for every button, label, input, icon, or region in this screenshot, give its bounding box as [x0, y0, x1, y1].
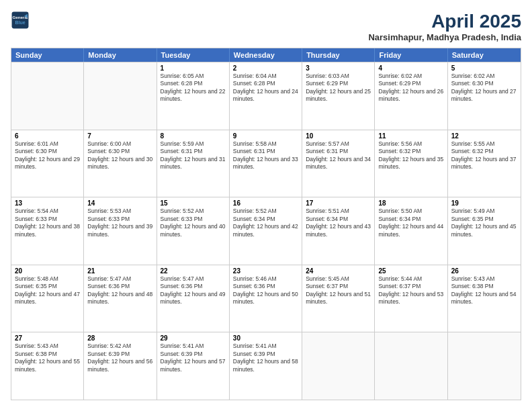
cell-info: Daylight: 12 hours and 34 minutes.: [306, 156, 371, 171]
calendar-cell: 14Sunrise: 5:53 AMSunset: 6:33 PMDayligh…: [84, 197, 157, 265]
cell-info: Daylight: 12 hours and 42 minutes.: [233, 223, 298, 238]
cell-info: Sunrise: 5:53 AM: [87, 208, 152, 215]
day-number: 25: [378, 267, 443, 275]
calendar-cell: 24Sunrise: 5:45 AMSunset: 6:37 PMDayligh…: [302, 265, 375, 332]
header: General Blue April 2025 Narsimhapur, Mad…: [11, 11, 521, 42]
cell-info: Sunrise: 6:00 AM: [87, 140, 152, 148]
cell-info: Sunset: 6:30 PM: [15, 148, 80, 155]
cell-info: Daylight: 12 hours and 49 minutes.: [161, 291, 226, 306]
calendar-cell: 1Sunrise: 6:05 AMSunset: 6:28 PMDaylight…: [157, 62, 230, 130]
cell-info: Daylight: 12 hours and 44 minutes.: [378, 223, 443, 238]
cell-info: Sunset: 6:37 PM: [306, 283, 371, 290]
cell-info: Sunrise: 5:42 AM: [87, 342, 152, 350]
cell-info: Daylight: 12 hours and 26 minutes.: [378, 88, 443, 103]
cell-info: Sunrise: 5:43 AM: [15, 342, 80, 350]
cell-info: Daylight: 12 hours and 40 minutes.: [161, 223, 226, 238]
month-title: April 2025: [368, 11, 521, 32]
day-number: 12: [451, 132, 517, 140]
cell-info: Daylight: 12 hours and 55 minutes.: [15, 358, 80, 373]
cell-info: Daylight: 12 hours and 57 minutes.: [161, 358, 226, 373]
day-number: 7: [87, 132, 152, 140]
calendar-cell: 7Sunrise: 6:00 AMSunset: 6:30 PMDaylight…: [84, 130, 157, 197]
cell-info: Sunrise: 5:47 AM: [87, 275, 152, 283]
cell-info: Sunrise: 5:52 AM: [161, 208, 226, 215]
calendar-cell: 11Sunrise: 5:56 AMSunset: 6:32 PMDayligh…: [375, 130, 447, 197]
calendar-cell: 8Sunrise: 5:59 AMSunset: 6:31 PMDaylight…: [157, 130, 230, 197]
calendar-cell: 12Sunrise: 5:55 AMSunset: 6:32 PMDayligh…: [448, 130, 521, 197]
day-number: 17: [306, 199, 371, 207]
calendar-cell: 29Sunrise: 5:41 AMSunset: 6:39 PMDayligh…: [157, 332, 230, 400]
header-cell-tuesday: Tuesday: [157, 48, 230, 62]
cell-info: Daylight: 12 hours and 30 minutes.: [87, 156, 152, 171]
cell-info: Daylight: 12 hours and 38 minutes.: [15, 223, 80, 238]
calendar-cell: 27Sunrise: 5:43 AMSunset: 6:38 PMDayligh…: [11, 332, 84, 400]
header-cell-sunday: Sunday: [11, 48, 84, 62]
cell-info: Daylight: 12 hours and 50 minutes.: [233, 291, 298, 306]
calendar-cell: 19Sunrise: 5:49 AMSunset: 6:35 PMDayligh…: [448, 197, 521, 265]
cell-info: Daylight: 12 hours and 22 minutes.: [161, 88, 226, 103]
cell-info: Sunset: 6:31 PM: [233, 148, 298, 155]
calendar-cell: 3Sunrise: 6:03 AMSunset: 6:29 PMDaylight…: [302, 62, 375, 130]
svg-text:Blue: Blue: [15, 20, 25, 25]
cell-info: Daylight: 12 hours and 27 minutes.: [451, 88, 517, 103]
cell-info: Sunrise: 5:52 AM: [233, 208, 298, 215]
cell-info: Sunrise: 5:48 AM: [15, 275, 80, 283]
calendar-cell: [448, 332, 521, 400]
day-number: 18: [378, 199, 443, 207]
cell-info: Sunset: 6:36 PM: [233, 283, 298, 290]
cell-info: Sunset: 6:34 PM: [306, 216, 371, 223]
cell-info: Sunrise: 6:04 AM: [233, 73, 298, 80]
cell-info: Sunset: 6:33 PM: [161, 216, 226, 223]
cell-info: Sunrise: 5:47 AM: [161, 275, 226, 283]
day-number: 14: [87, 199, 152, 207]
header-cell-thursday: Thursday: [302, 48, 375, 62]
cell-info: Sunset: 6:33 PM: [15, 216, 80, 223]
cell-info: Sunrise: 6:01 AM: [15, 140, 80, 148]
cell-info: Daylight: 12 hours and 43 minutes.: [306, 223, 371, 238]
calendar-cell: 6Sunrise: 6:01 AMSunset: 6:30 PMDaylight…: [11, 130, 84, 197]
cell-info: Sunrise: 5:51 AM: [306, 208, 371, 215]
calendar-cell: 18Sunrise: 5:50 AMSunset: 6:34 PMDayligh…: [375, 197, 447, 265]
calendar-cell: 22Sunrise: 5:47 AMSunset: 6:36 PMDayligh…: [157, 265, 230, 332]
cell-info: Sunset: 6:28 PM: [161, 80, 226, 87]
cell-info: Daylight: 12 hours and 51 minutes.: [306, 291, 371, 306]
day-number: 10: [306, 132, 371, 140]
calendar-cell: 13Sunrise: 5:54 AMSunset: 6:33 PMDayligh…: [11, 197, 84, 265]
calendar-cell: 4Sunrise: 6:02 AMSunset: 6:29 PMDaylight…: [375, 62, 447, 130]
cell-info: Sunset: 6:30 PM: [451, 80, 517, 87]
cell-info: Daylight: 12 hours and 45 minutes.: [451, 223, 517, 238]
cell-info: Sunset: 6:39 PM: [233, 351, 298, 358]
calendar-cell: 20Sunrise: 5:48 AMSunset: 6:35 PMDayligh…: [11, 265, 84, 332]
cell-info: Daylight: 12 hours and 39 minutes.: [87, 223, 152, 238]
calendar-week-5: 27Sunrise: 5:43 AMSunset: 6:38 PMDayligh…: [11, 332, 521, 400]
cell-info: Daylight: 12 hours and 48 minutes.: [87, 291, 152, 306]
cell-info: Daylight: 12 hours and 53 minutes.: [378, 291, 443, 306]
calendar-body: 1Sunrise: 6:05 AMSunset: 6:28 PMDaylight…: [11, 62, 521, 400]
day-number: 27: [15, 334, 80, 342]
cell-info: Sunset: 6:34 PM: [378, 216, 443, 223]
day-number: 11: [378, 132, 443, 140]
header-cell-wednesday: Wednesday: [230, 48, 302, 62]
cell-info: Sunrise: 5:45 AM: [306, 275, 371, 283]
cell-info: Sunrise: 5:50 AM: [378, 208, 443, 215]
cell-info: Daylight: 12 hours and 33 minutes.: [233, 156, 298, 171]
calendar-week-1: 1Sunrise: 6:05 AMSunset: 6:28 PMDaylight…: [11, 62, 521, 130]
day-number: 15: [161, 199, 226, 207]
calendar-cell: 5Sunrise: 6:02 AMSunset: 6:30 PMDaylight…: [448, 62, 521, 130]
cell-info: Sunrise: 5:58 AM: [233, 140, 298, 148]
calendar-cell: [375, 332, 447, 400]
cell-info: Sunrise: 5:46 AM: [233, 275, 298, 283]
cell-info: Sunset: 6:28 PM: [233, 80, 298, 87]
cell-info: Sunset: 6:30 PM: [87, 148, 152, 155]
cell-info: Sunrise: 5:59 AM: [161, 140, 226, 148]
calendar: SundayMondayTuesdayWednesdayThursdayFrid…: [11, 48, 521, 400]
calendar-week-2: 6Sunrise: 6:01 AMSunset: 6:30 PMDaylight…: [11, 130, 521, 197]
cell-info: Sunrise: 5:44 AM: [378, 275, 443, 283]
cell-info: Sunrise: 5:56 AM: [378, 140, 443, 148]
cell-info: Sunrise: 5:41 AM: [233, 342, 298, 350]
calendar-cell: [11, 62, 84, 130]
cell-info: Daylight: 12 hours and 47 minutes.: [15, 291, 80, 306]
cell-info: Sunset: 6:38 PM: [15, 351, 80, 358]
calendar-cell: 28Sunrise: 5:42 AMSunset: 6:39 PMDayligh…: [84, 332, 157, 400]
day-number: 16: [233, 199, 298, 207]
